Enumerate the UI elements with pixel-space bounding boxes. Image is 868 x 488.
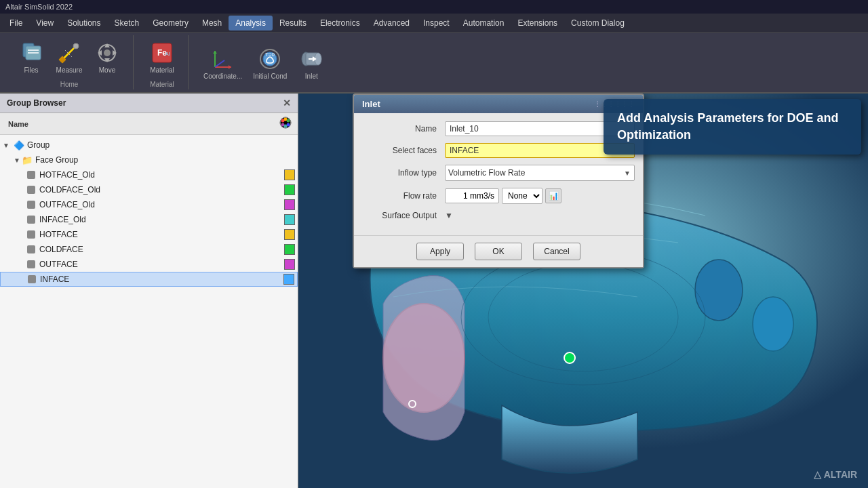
flow-rate-extra-btn[interactable]: 📊 [545,188,561,203]
svg-point-32 [287,119,290,123]
tree-item-hotface[interactable]: HOTFACE [0,227,298,242]
group-browser-toolbar: Name [0,113,298,135]
hotface-color[interactable] [284,229,295,240]
surface-output-label: Surface Output [362,211,437,220]
tree-item-outface[interactable]: OUTFACE [0,257,298,272]
menu-solutions[interactable]: Solutions [60,16,107,30]
toolbar: Files Measure [0,33,868,94]
coldface-old-label: COLDFACE_Old [39,185,284,195]
surface-output-chevron[interactable]: ▼ [445,211,453,220]
inlet-button[interactable]: Inlet [294,43,329,83]
menu-view[interactable]: View [29,16,60,30]
close-icon[interactable]: ✕ [283,98,291,108]
viewport[interactable]: ⊞ ⊟ ↔ ↕ ⟳ FIT [298,94,868,488]
flow-rate-value-input[interactable] [445,188,499,203]
tree-area: ▼ 🔷 Group ▼ 📁 Face Group HOTFACE_Old COL… [0,135,298,488]
menu-advanced[interactable]: Advanced [367,16,416,30]
coldface-old-face-icon [27,186,35,194]
move-icon [94,39,121,66]
menu-geometry[interactable]: Geometry [146,16,195,30]
material-button[interactable]: Fe Al Material [144,37,180,77]
menu-analysis[interactable]: Analysis [229,16,273,30]
altair-logo-text: △ ALTAIR [814,469,857,480]
coldface-old-color[interactable] [284,184,295,195]
banner-text: Add Analysis Parameters for DOE and Opti… [617,111,838,142]
select-faces-row: Select faces [362,143,635,158]
title-text: Altair SimSolid 2022 [5,3,73,11]
tree-root-group[interactable]: ▼ 🔷 Group [0,138,298,152]
material-label: Material [150,66,174,74]
flow-rate-label: Flow rate [362,191,437,201]
hotface-old-face-icon [27,171,35,179]
menu-inspect[interactable]: Inspect [416,16,456,30]
inflow-type-wrapper: Volumetric Flow Rate Mass Flow Rate Velo… [445,165,635,181]
menu-extensions[interactable]: Extensions [511,16,564,30]
inface-color[interactable] [283,274,294,285]
outface-label: OUTFACE [39,260,284,269]
initial-cond-label: Initial Cond [253,73,287,80]
svg-point-6 [73,43,79,49]
inflow-type-select[interactable]: Volumetric Flow Rate Mass Flow Rate Velo… [445,165,635,181]
menu-results[interactable]: Results [273,16,313,30]
menu-file[interactable]: File [3,16,29,30]
dialog-buttons: Apply OK Cancel [354,235,643,267]
material-icon: Fe Al [149,39,176,66]
apply-button[interactable]: Apply [416,243,464,260]
menu-mesh[interactable]: Mesh [195,16,229,30]
menu-electronics[interactable]: Electronics [313,16,367,30]
color-picker-icon[interactable] [279,116,292,131]
move-label: Move [99,66,115,74]
tree-item-outface-old[interactable]: OUTFACE_Old [0,197,298,212]
cancel-button[interactable]: Cancel [533,243,580,260]
face-group-folder-icon: 📁 [22,155,33,165]
toolbar-group-home: Files Measure [5,35,134,89]
outface-old-color[interactable] [284,199,295,210]
menubar: File View Solutions Sketch Geometry Mesh… [0,14,868,33]
menu-sketch[interactable]: Sketch [108,16,146,30]
files-button[interactable]: Files [14,37,49,77]
flow-rate-inputs: None Expression 📊 [445,188,561,204]
coldface-label: COLDFACE [39,245,284,254]
inlet-icon [298,45,325,73]
files-label: Files [24,66,38,74]
coldface-color[interactable] [284,244,295,255]
svg-marker-20 [229,65,231,69]
tree-item-hotface-old[interactable]: HOTFACE_Old [0,167,298,182]
name-field-label: Name [362,124,437,134]
group-root-label: Group [27,140,295,150]
name-row: Name [362,121,635,136]
group-browser-title: Group Browser [7,98,66,108]
flow-rate-unit-select[interactable]: None Expression [502,188,542,204]
tree-face-group[interactable]: ▼ 📁 Face Group [0,152,298,167]
tree-item-coldface[interactable]: COLDFACE [0,242,298,257]
initial-cond-button[interactable]: T=0 Initial Cond [249,43,291,83]
outface-color[interactable] [284,259,295,270]
svg-text:Al: Al [165,51,170,57]
hotface-old-color[interactable] [284,169,295,180]
outface-face-icon [27,260,35,268]
move-button[interactable]: Move [90,37,125,77]
home-group-label: Home [60,81,79,88]
coordinate-label: Coordinate... [203,73,242,80]
inlet-dialog: Inlet ⋮⋮⋮⋮⋮⋮ Name Select faces Inflow ty… [353,94,644,268]
inflow-type-row: Inflow type Volumetric Flow Rate Mass Fl… [362,165,635,181]
measure-button[interactable]: Measure [52,37,87,77]
inface-old-color[interactable] [284,214,295,225]
coordinate-button[interactable]: Coordinate... [199,43,246,83]
tree-item-inface-old[interactable]: INFACE_Old [0,212,298,227]
svg-point-35 [284,125,288,128]
group-browser-panel: Group Browser ✕ Name [0,94,298,488]
inflow-type-label: Inflow type [362,168,437,178]
hotface-label: HOTFACE [39,230,284,239]
flow-rate-row: Flow rate None Expression 📊 [362,188,635,204]
tree-item-inface[interactable]: INFACE [0,272,298,287]
altair-logo: △ ALTAIR [814,469,857,480]
ok-button[interactable]: OK [475,243,522,260]
menu-automation[interactable]: Automation [456,16,511,30]
coordinate-icon [210,45,237,73]
inface-old-face-icon [27,216,35,224]
name-column-header: Name [5,119,31,129]
tree-item-coldface-old[interactable]: COLDFACE_Old [0,182,298,197]
menu-custom-dialog[interactable]: Custom Dialog [564,16,631,30]
inlet-dialog-body: Name Select faces Inflow type Volumetric… [354,113,643,235]
